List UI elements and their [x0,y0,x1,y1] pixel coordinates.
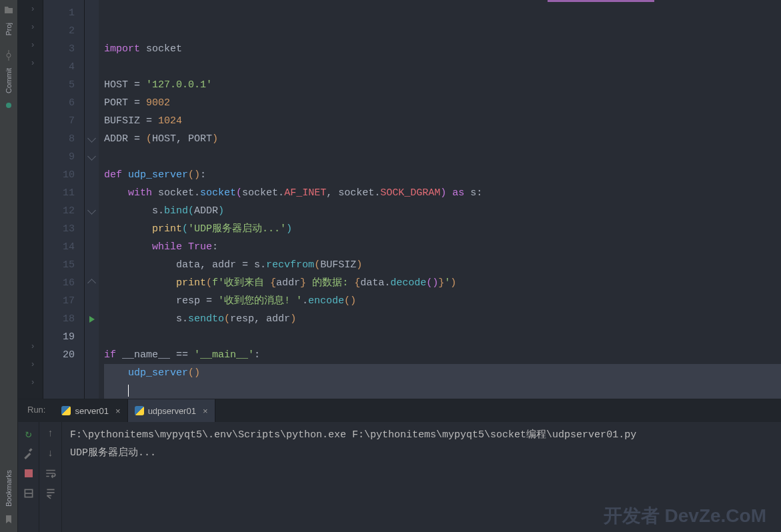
layout-button[interactable] [23,487,35,499]
project-tree-collapsed[interactable]: › › › › › › › [18,0,43,399]
commit-indicator-icon [3,100,14,111]
project-tool-label[interactable]: Proj [5,17,13,41]
editor-wrapper: › › › › › › › 12345678910111213141516171… [18,0,781,399]
code-content[interactable]: import socketHOST = '127.0.0.1'PORT = 90… [99,0,781,399]
run-tabs-container: server01×udpserver01× [55,399,215,422]
project-tool-icon[interactable] [3,5,14,15]
run-tab-label: udpserver01 [148,406,196,416]
run-tab-label: server01 [75,406,109,416]
left-toolbar: Proj Commit Bookmarks [0,0,18,532]
wrap-button[interactable] [45,467,57,479]
svg-point-3 [6,103,11,108]
commit-tool-icon[interactable] [3,50,14,61]
commit-tool-label[interactable]: Commit [5,63,13,99]
wrench-button[interactable] [23,447,35,459]
watermark-logo: 开发者 DevZe.CoM [604,506,766,525]
run-toolbar-nav: ↑ ↓ [39,422,62,532]
tree-chevron[interactable]: › [23,57,43,69]
bookmarks-tool-icon[interactable] [3,514,14,525]
close-icon[interactable]: × [115,406,121,416]
run-label: Run: [18,399,55,422]
stop-button[interactable] [23,467,35,479]
fold-gutter[interactable] [85,0,99,399]
tree-chevron[interactable]: › [23,21,43,33]
down-button[interactable]: ↓ [45,447,57,459]
up-button[interactable]: ↑ [45,427,57,439]
scroll-button[interactable] [45,487,57,499]
run-window-header: Run: server01×udpserver01× [18,399,781,422]
python-icon [61,406,71,415]
line-number-gutter: 1234567891011121314151617181920 [43,0,85,399]
main-area: › › › › › › › 12345678910111213141516171… [18,0,781,532]
rerun-button[interactable]: ↻ [23,427,35,439]
tree-chevron[interactable]: › [23,359,43,371]
tree-chevron[interactable]: › [23,39,43,51]
tree-chevron[interactable]: › [23,341,43,353]
close-icon[interactable]: × [203,406,208,416]
code-editor[interactable]: 1234567891011121314151617181920 import s… [43,0,781,399]
run-toolbar-left: ↻ [18,422,39,532]
svg-point-0 [7,53,11,57]
bookmarks-tool-label[interactable]: Bookmarks [5,465,13,512]
tree-chevron[interactable]: › [23,377,43,389]
python-icon [135,406,144,415]
tree-chevron[interactable]: › [23,3,43,15]
run-config-tab[interactable]: server01× [55,399,127,422]
run-config-tab[interactable]: udpserver01× [128,399,215,422]
